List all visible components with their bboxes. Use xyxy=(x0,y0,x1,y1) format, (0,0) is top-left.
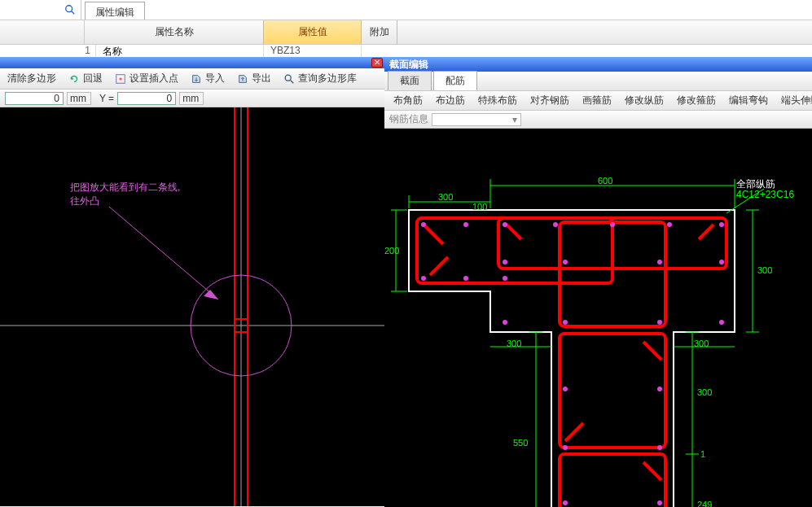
dim-1: 1 xyxy=(700,449,705,459)
svg-line-47 xyxy=(643,342,661,360)
x-unit: mm xyxy=(67,92,91,105)
point-icon xyxy=(114,72,127,85)
rebar-toolbar: 布角筋 布边筋 特殊布筋 对齐钢筋 画箍筋 修改纵筋 修改箍筋 编辑弯钩 端头伸… xyxy=(384,91,812,111)
undo-icon xyxy=(68,72,81,85)
svg-point-55 xyxy=(610,222,615,227)
svg-point-72 xyxy=(657,387,662,391)
search-icon xyxy=(283,72,296,85)
top-bar: 属性编辑 xyxy=(0,0,812,20)
svg-point-59 xyxy=(463,222,468,227)
tab-attribute-edit[interactable]: 属性编辑 xyxy=(85,2,145,20)
svg-point-60 xyxy=(421,276,426,281)
section-edit-window: 截面编辑 截面 配筋 布角筋 布边筋 特殊布筋 对齐钢筋 画箍筋 修改纵筋 修改… xyxy=(384,57,812,507)
left-window-titlebar: ✕ xyxy=(0,57,384,68)
edge-rebar-button[interactable]: 布边筋 xyxy=(430,91,471,110)
svg-point-73 xyxy=(563,445,568,450)
svg-point-67 xyxy=(503,320,507,325)
svg-point-58 xyxy=(421,222,426,227)
svg-point-62 xyxy=(503,276,507,281)
modify-stirrup-button[interactable]: 修改箍筋 xyxy=(671,91,722,110)
draw-stirrup-button[interactable]: 画箍筋 xyxy=(577,91,617,110)
annotation-line2: 往外凸 xyxy=(70,194,180,208)
dim-249: 249 xyxy=(697,500,712,507)
dim-300a: 300 xyxy=(438,192,453,202)
dim-300f: 300 xyxy=(694,339,709,348)
import-button[interactable]: 导入 xyxy=(186,69,229,88)
y-unit: mm xyxy=(179,92,204,105)
dim-300d: 300 xyxy=(697,387,712,397)
section-tabs: 截面 配筋 xyxy=(384,72,812,91)
svg-point-71 xyxy=(563,387,568,391)
special-rebar-button[interactable]: 特殊布筋 xyxy=(472,91,523,110)
dim-300b: 300 xyxy=(757,265,772,275)
svg-line-48 xyxy=(565,423,583,441)
dim-200: 200 xyxy=(384,246,399,256)
rebar-info-label: 钢筋信息 xyxy=(389,112,428,126)
svg-point-75 xyxy=(563,500,568,505)
svg-point-68 xyxy=(719,320,724,325)
polygon-define-window: ✕ 清除多边形 回退 设置插入点 导入 导出 查询多边形库 0 mm Y = 0… xyxy=(0,57,384,507)
svg-point-65 xyxy=(563,260,568,264)
set-insert-point-button[interactable]: 设置插入点 xyxy=(110,69,182,88)
undo-button[interactable]: 回退 xyxy=(64,69,107,88)
align-rebar-button[interactable]: 对齐钢筋 xyxy=(525,91,575,110)
col-attr-name: 属性名称 xyxy=(85,20,264,44)
svg-point-57 xyxy=(719,222,724,227)
svg-line-1 xyxy=(72,11,75,15)
dim-550: 550 xyxy=(513,438,528,448)
modify-long-rebar-button[interactable]: 修改纵筋 xyxy=(619,91,669,110)
tab-rebar[interactable]: 配筋 xyxy=(433,71,477,90)
clear-polygon-button[interactable]: 清除多边形 xyxy=(3,69,60,88)
tab-section[interactable]: 截面 xyxy=(388,71,432,90)
close-icon[interactable]: ✕ xyxy=(371,58,383,68)
svg-point-4 xyxy=(285,75,291,81)
svg-point-63 xyxy=(503,260,507,264)
annotation-line1: 把图放大能看到有二条线, xyxy=(70,181,180,194)
svg-line-5 xyxy=(291,80,294,83)
rebar-info-combo[interactable]: ▾ xyxy=(432,113,521,126)
left-toolbar: 清除多边形 回退 设置插入点 导入 导出 查询多边形库 xyxy=(0,68,384,90)
legend-value: 4C12+23C16 xyxy=(736,189,794,200)
svg-point-76 xyxy=(657,500,662,505)
dim-100: 100 xyxy=(472,202,487,212)
attribute-grid-header: 属性名称 属性值 附加 xyxy=(0,20,812,45)
svg-marker-13 xyxy=(204,290,218,299)
svg-point-53 xyxy=(503,222,507,227)
section-edit-titlebar: 截面编辑 xyxy=(384,57,812,72)
y-input[interactable]: 0 xyxy=(117,92,176,105)
end-extension-button[interactable]: 端头伸缩 xyxy=(775,91,812,110)
svg-point-66 xyxy=(657,260,662,264)
query-polygon-lib-button[interactable]: 查询多边形库 xyxy=(279,69,361,88)
x-input[interactable]: 0 xyxy=(5,92,64,105)
col-attr-value: 属性值 xyxy=(264,20,362,44)
svg-line-12 xyxy=(109,207,218,299)
svg-point-56 xyxy=(667,222,672,227)
cad-canvas[interactable]: 把图放大能看到有二条线, 往外凸 xyxy=(0,107,384,506)
svg-line-51 xyxy=(507,225,521,239)
svg-point-64 xyxy=(719,260,724,264)
svg-point-61 xyxy=(463,276,468,281)
svg-line-52 xyxy=(699,225,713,239)
edit-hook-button[interactable]: 编辑弯钩 xyxy=(723,91,774,110)
svg-line-46 xyxy=(430,257,448,275)
rebar-info-bar: 钢筋信息 ▾ xyxy=(384,111,812,129)
import-icon xyxy=(190,72,203,85)
search-icon[interactable] xyxy=(63,2,77,17)
y-label: Y = xyxy=(99,93,114,104)
dim-600: 600 xyxy=(598,176,612,186)
svg-point-70 xyxy=(657,320,662,325)
svg-point-0 xyxy=(66,6,72,12)
svg-point-3 xyxy=(119,77,121,80)
corner-rebar-button[interactable]: 布角筋 xyxy=(388,91,428,110)
svg-line-45 xyxy=(425,226,443,244)
col-attr-add: 附加 xyxy=(362,20,397,44)
svg-point-69 xyxy=(563,320,568,325)
chevron-down-icon: ▾ xyxy=(511,116,519,124)
coordinate-bar: 0 mm Y = 0 mm xyxy=(0,90,384,107)
svg-rect-44 xyxy=(560,454,665,507)
svg-point-54 xyxy=(553,222,558,227)
section-canvas[interactable]: 600 300 100 200 300 300 300 300 550 1 24… xyxy=(384,129,812,507)
dim-300c: 300 xyxy=(507,339,521,348)
svg-line-49 xyxy=(643,462,661,480)
export-button[interactable]: 导出 xyxy=(232,69,275,88)
